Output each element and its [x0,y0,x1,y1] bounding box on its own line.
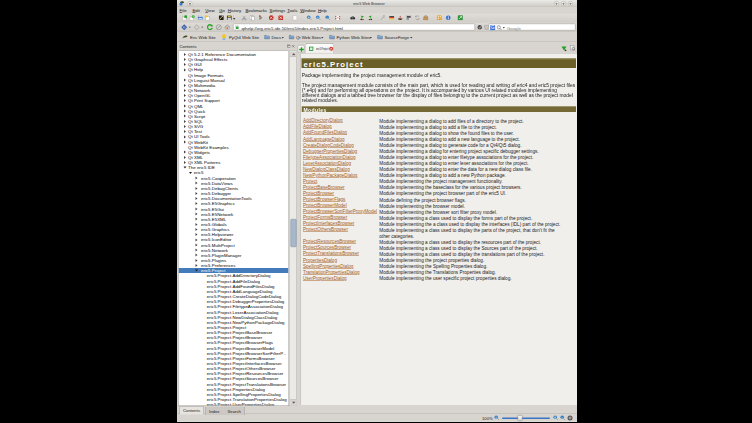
svg-text:G: G [491,25,495,30]
